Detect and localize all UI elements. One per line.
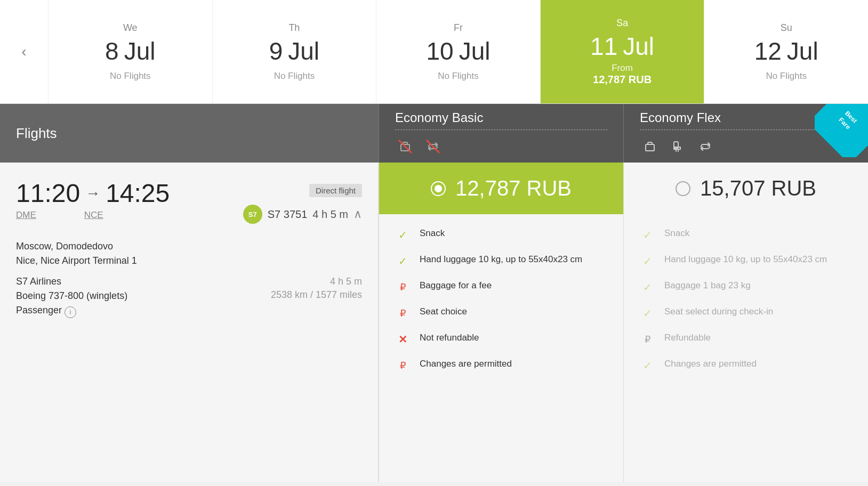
economy-flex-price: 15,707 RUB	[700, 176, 816, 200]
date-cell-sun[interactable]: Su 12 Jul No Flights	[704, 0, 868, 103]
economy-basic-icons	[395, 136, 443, 157]
date-cell-fri[interactable]: Fr 10 Jul No Flights	[376, 0, 540, 103]
check-icon-snack-basic: ✓	[395, 228, 410, 242]
economy-basic-price-row[interactable]: 12,787 RUB	[379, 163, 623, 214]
date-cell-sat[interactable]: Sa 11 Jul From 12,787 RUB	[540, 0, 704, 103]
date-num-wed: 8	[105, 39, 119, 63]
feature-text-seat-flex: Seat select during check-in	[664, 305, 773, 318]
feature-text-snack-flex: Snack	[664, 227, 689, 240]
feature-baggage-basic: ₽ Baggage for a fee	[395, 279, 607, 295]
flight-info-column: 11:20 → 14:25 DME NCE Direct flight S7 S…	[0, 163, 379, 482]
check-icon-changes-flex: ✓	[640, 358, 655, 373]
economy-basic-radio[interactable]	[431, 181, 446, 196]
check-icon-hand-luggage-basic: ✓	[395, 254, 410, 269]
flight-time-row: 11:20 → 14:25	[16, 179, 170, 208]
feature-changes-flex: ✓ Changes are permitted	[640, 358, 852, 373]
baggage-icon	[640, 136, 660, 157]
date-day-fri: Fr	[454, 22, 463, 34]
aircraft-type: Boeing 737-800 (winglets)	[16, 290, 127, 302]
feature-text-baggage-flex: Baggage 1 bag 23 kg	[664, 279, 751, 292]
origin-city: Moscow, Domodedovo	[16, 241, 362, 252]
economy-flex-features: ✓ Snack ✓ Hand luggage 10 kg, up to 55x4…	[624, 214, 868, 386]
date-num-sun: 12	[754, 39, 782, 63]
date-num-thu: 9	[269, 39, 283, 63]
date-day-thu: Th	[288, 22, 300, 34]
economy-flex-radio[interactable]	[676, 181, 690, 196]
flight-details: Moscow, Domodedovo Nice, Nice Airport Te…	[16, 241, 362, 319]
flight-direction-arrow: →	[85, 185, 100, 202]
economy-basic-fare-column: 12,787 RUB ✓ Snack ✓ Hand luggage 10 kg,…	[379, 163, 623, 482]
date-cell-thu[interactable]: Th 9 Jul No Flights	[212, 0, 376, 103]
feature-text-baggage-basic: Baggage for a fee	[420, 279, 492, 292]
check-icon-seat-flex: ✓	[640, 306, 655, 321]
feature-refund-flex: ₽ Refundable	[640, 331, 852, 347]
depart-airport-code: DME	[16, 210, 36, 221]
feature-snack-basic: ✓ Snack	[395, 227, 607, 242]
economy-basic-price: 12,787 RUB	[455, 176, 572, 200]
passenger-info-icon[interactable]: i	[65, 306, 76, 318]
no-changes-icon	[423, 136, 443, 157]
depart-time: 11:20	[16, 179, 80, 208]
best-fare-ribbon-container: BestFare	[815, 104, 868, 157]
economy-flex-fare-column: 15,707 RUB ✓ Snack ✓ Hand luggage 10 kg,…	[623, 163, 868, 482]
economy-flex-column-header: BestFare Economy Flex	[623, 104, 868, 163]
feature-hand-luggage-flex: ✓ Hand luggage 10 kg, up to 55x40x23 cm	[640, 253, 852, 269]
feature-text-hand-luggage-basic: Hand luggage 10 kg, up to 55x40x23 cm	[420, 253, 582, 266]
economy-basic-column-header: Economy Basic	[379, 104, 623, 163]
ruble-icon-changes-basic: ₽	[395, 358, 410, 373]
date-day-sat: Sa	[616, 18, 628, 29]
economy-basic-title: Economy Basic	[395, 110, 607, 130]
date-num-fri: 10	[426, 39, 453, 63]
check-icon-hand-luggage-flex: ✓	[640, 254, 655, 269]
column-headers: Flights Economy Basic	[0, 104, 868, 163]
flight-number: S7 3751	[268, 208, 308, 221]
date-cell-wed[interactable]: We 8 Jul No Flights	[48, 0, 212, 103]
economy-flex-price-row[interactable]: 15,707 RUB	[624, 163, 868, 214]
airport-codes: DME NCE	[16, 210, 170, 221]
arrive-airport-code: NCE	[84, 210, 103, 221]
flights-column-header: Flights	[0, 104, 379, 163]
direct-flight-badge: Direct flight	[309, 184, 362, 197]
prev-date-arrow[interactable]: ‹	[0, 0, 48, 103]
feature-hand-luggage-basic: ✓ Hand luggage 10 kg, up to 55x40x23 cm	[395, 253, 607, 269]
date-num-sat: 11	[590, 34, 617, 59]
feature-seat-flex: ✓ Seat select during check-in	[640, 305, 852, 321]
date-from-sat: From	[612, 63, 633, 74]
arrive-time: 14:25	[106, 179, 170, 208]
date-status-thu: No Flights	[274, 71, 315, 82]
seat-icon	[668, 136, 688, 157]
date-day-sun: Su	[781, 22, 792, 34]
flight-distance: 2538 km / 1577 miles	[271, 289, 362, 301]
economy-basic-features: ✓ Snack ✓ Hand luggage 10 kg, up to 55x4…	[379, 214, 623, 386]
flights-label: Flights	[16, 125, 57, 142]
date-status-wed: No Flights	[110, 71, 151, 82]
feature-text-seat-basic: Seat choice	[420, 305, 467, 318]
date-month-wed: Jul	[124, 37, 156, 66]
s7-logo: S7	[243, 205, 262, 224]
feature-changes-basic: ₽ Changes are permitted	[395, 358, 607, 373]
feature-text-changes-flex: Changes are permitted	[664, 358, 757, 370]
ruble-icon-seat-basic: ₽	[395, 306, 410, 321]
date-navigation: ‹ We 8 Jul No Flights Th 9 Jul No Flight…	[0, 0, 868, 104]
passenger-label: Passenger	[16, 305, 62, 316]
feature-refund-basic: ✕ Not refundable	[395, 331, 607, 347]
main-content: Flights Economy Basic	[0, 104, 868, 482]
chevron-up-icon[interactable]: ∧	[353, 207, 362, 221]
ruble-icon-refund-flex: ₽	[640, 332, 655, 347]
ruble-icon-baggage-basic: ₽	[395, 280, 410, 295]
no-baggage-icon	[395, 136, 415, 157]
flight-row: 11:20 → 14:25 DME NCE Direct flight S7 S…	[0, 163, 868, 482]
radio-inner-dot	[435, 185, 442, 192]
feature-seat-basic: ₽ Seat choice	[395, 305, 607, 321]
cross-icon-refund-basic: ✕	[395, 332, 410, 347]
date-price-sat: 12,787 RUB	[593, 74, 652, 86]
economy-flex-icons	[640, 136, 716, 157]
date-month-sun: Jul	[787, 37, 818, 66]
check-icon-snack-flex: ✓	[640, 228, 655, 242]
feature-baggage-flex: ✓ Baggage 1 bag 23 kg	[640, 279, 852, 295]
airline-row: S7 S7 3751 4 h 5 m ∧	[243, 205, 362, 224]
flight-duration-detail: 4 h 5 m	[271, 276, 362, 287]
changes-icon	[695, 136, 716, 157]
check-icon-baggage-flex: ✓	[640, 280, 655, 295]
feature-text-snack-basic: Snack	[420, 227, 445, 240]
